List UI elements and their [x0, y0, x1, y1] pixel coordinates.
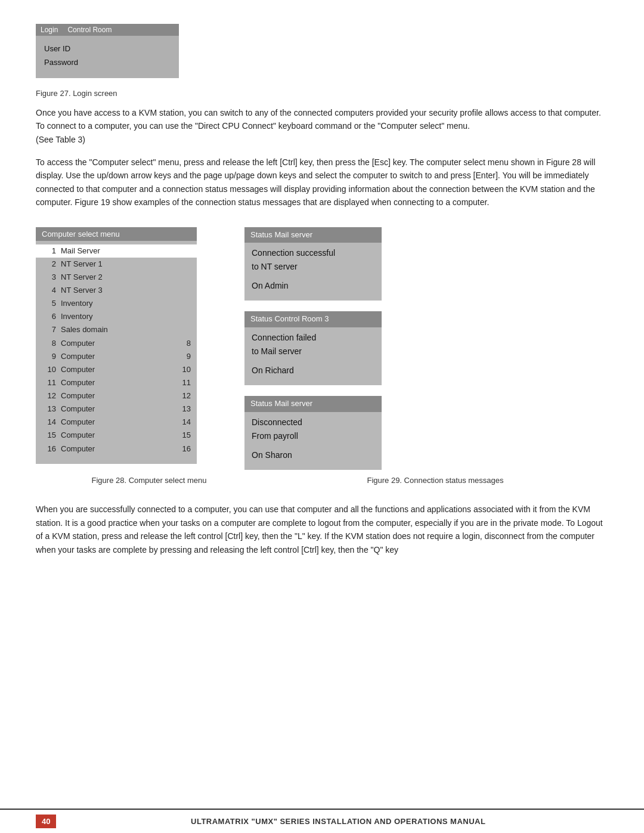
figures-row: Computer select menu 1 Mail Server 2 NT … [36, 227, 608, 470]
status-body-1: Connection successful to NT server On Ad… [244, 246, 382, 292]
menu-item-8[interactable]: 8 Computer 8 [36, 337, 197, 350]
body-paragraph-3: When you are successfully connected to a… [36, 503, 608, 556]
control-room-label: Control Room [67, 26, 112, 34]
menu-item-13[interactable]: 13 Computer 13 [36, 402, 197, 416]
menu-item-3[interactable]: 3 NT Server 2 [36, 271, 197, 284]
body-paragraph-1: Once you have access to a KVM station, y… [36, 106, 608, 146]
menu-item-12[interactable]: 12 Computer 12 [36, 389, 197, 402]
status-boxes-group: Status Mail server Connection successful… [244, 227, 382, 470]
item-name: Mail Server [61, 245, 177, 257]
computer-select-menu: Computer select menu 1 Mail Server 2 NT … [36, 227, 197, 464]
status-box-3: Status Mail server Disconnected From pay… [244, 396, 382, 470]
menu-item-10[interactable]: 10 Computer 10 [36, 363, 197, 376]
status-title-2: Status Control Room 3 [244, 311, 382, 327]
status-title-3: Status Mail server [244, 396, 382, 412]
menu-item-2[interactable]: 2 NT Server 1 [36, 258, 197, 271]
fig27-caption: Figure 27. Login screen [36, 89, 608, 98]
body-paragraph-2: To access the "Computer select" menu, pr… [36, 156, 608, 209]
status-body-3: Disconnected From payroll On Sharon [244, 416, 382, 462]
menu-item-7[interactable]: 7 Sales domain [36, 323, 197, 336]
menu-title: Computer select menu [36, 227, 197, 241]
menu-item-4[interactable]: 4 NT Server 3 [36, 284, 197, 297]
item-code [177, 245, 191, 257]
menu-item-11[interactable]: 11 Computer 11 [36, 376, 197, 389]
login-screen-mockup: Login Control Room User ID Password [36, 24, 179, 78]
menu-item-1[interactable]: 1 Mail Server [36, 244, 197, 258]
status-box-2: Status Control Room 3 Connection failed … [244, 311, 382, 385]
menu-item-16[interactable]: 16 Computer 16 [36, 442, 197, 456]
item-num: 1 [42, 245, 56, 257]
figure-captions: Figure 28. Computer select menu Figure 2… [36, 476, 608, 485]
menu-item-15[interactable]: 15 Computer 15 [36, 429, 197, 442]
menu-item-9[interactable]: 9 Computer 9 [36, 350, 197, 363]
password-label: Password [44, 55, 171, 69]
page-number: 40 [36, 815, 56, 828]
menu-item-5[interactable]: 5 Inventory [36, 297, 197, 310]
status-title-1: Status Mail server [244, 227, 382, 243]
page-footer: 40 ULTRAMATRIX "UMX" SERIES INSTALLATION… [0, 809, 644, 833]
footer-title: ULTRAMATRIX "UMX" SERIES INSTALLATION AN… [68, 817, 608, 826]
fig29-caption: Figure 29. Connection status messages [262, 476, 608, 485]
login-label: Login [41, 26, 58, 34]
status-body-2: Connection failed to Mail server On Rich… [244, 331, 382, 377]
fig28-caption: Figure 28. Computer select menu [36, 476, 262, 485]
menu-item-6[interactable]: 6 Inventory [36, 310, 197, 323]
status-box-1: Status Mail server Connection successful… [244, 227, 382, 301]
login-title-bar: Login Control Room [36, 24, 179, 36]
menu-item-14[interactable]: 14 Computer 14 [36, 416, 197, 429]
userid-label: User ID [44, 42, 171, 55]
